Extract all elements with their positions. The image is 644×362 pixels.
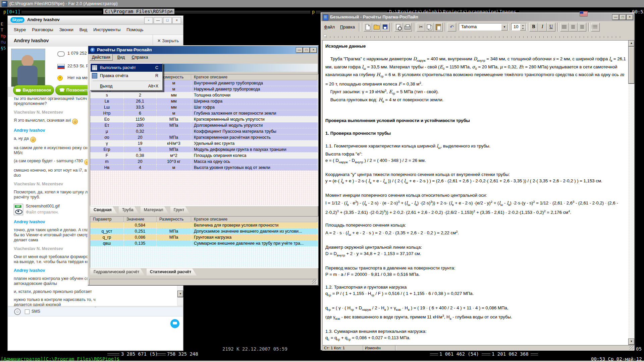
paste-button[interactable] — [434, 23, 443, 32]
far-titlebar[interactable]: {C:\Program Files\ROSPipe} - Far 2.0 {Ад… — [0, 0, 644, 7]
close-button[interactable]: × — [310, 47, 317, 53]
underline-button[interactable]: U — [547, 23, 555, 32]
menu-item-Выход[interactable]: ВыходAlt+X — [91, 82, 162, 90]
column-header[interactable]: Краткое описание — [191, 74, 317, 80]
table-row[interactable]: Hв4мВысота уровня грунтовых вод от земли — [90, 165, 318, 171]
align-center-icon — [571, 25, 575, 29]
save-button[interactable] — [381, 23, 390, 32]
table-row[interactable]: γ19кН/м^3Удельный вес грунта — [90, 140, 318, 146]
table-row[interactable]: Eτ280МПаДолговременный модуль упругости — [90, 122, 318, 128]
tab-Труба[interactable]: Труба — [119, 206, 139, 214]
table-row[interactable]: Eо1150МПаКратковременный модуль упругост… — [90, 116, 318, 122]
menu-item-Помощь[interactable]: Помощь — [126, 27, 143, 32]
message-input[interactable] — [8, 316, 183, 350]
cut-button[interactable]: ✂ — [417, 23, 425, 32]
table-row[interactable]: Lш33,5ммШаг гофра — [90, 104, 318, 110]
emoticon-picker-icon[interactable]: ☺ — [14, 308, 21, 315]
gif-file-icon: GIF — [14, 204, 23, 215]
avatar[interactable] — [11, 49, 45, 87]
table-row[interactable]: 0,584Величина для проверки условия прочн… — [90, 222, 318, 228]
chat-message: нужно только в контроле нарисовать то, ч… — [14, 297, 177, 306]
doc-paragraph — [325, 136, 626, 143]
doc-paragraph: 1.1. Геометрические характеристики кольц… — [325, 143, 626, 151]
font-family-select[interactable]: Tahoma▼ — [459, 23, 508, 31]
column-header[interactable]: Размерность — [157, 217, 191, 222]
menu-item-Вид[interactable]: Вид — [79, 27, 88, 32]
table-row[interactable]: Eгр5МПаМодуль деформации грунта в пазуха… — [90, 146, 318, 153]
menu-item-Вид[interactable]: Вид — [115, 54, 127, 60]
menu-item-Файл[interactable]: Файл — [324, 24, 335, 29]
close-button[interactable]: × — [172, 17, 181, 24]
table-row[interactable]: q_гр0,086МПаГрунтовая нагрузка — [90, 234, 318, 240]
table-row[interactable]: F0,38м^2Площадь опирания колеса — [90, 153, 318, 159]
menu-item-Выполнить расчёт[interactable]: Выполнить расчётC — [91, 64, 162, 72]
table-row[interactable]: s2ммТолщина оболочки — [90, 92, 318, 98]
scroll-thumb[interactable] — [628, 46, 635, 84]
align-center-button[interactable] — [569, 23, 578, 32]
editor-app-icon — [323, 14, 328, 20]
menu-item-Skype[interactable]: Skype — [14, 27, 26, 32]
copy-button[interactable] — [425, 23, 434, 32]
menu-item-Правка отчёта[interactable]: Правка отчётаR — [91, 72, 162, 80]
tab-Статический расчёт[interactable]: Статический расчёт — [147, 268, 197, 276]
maximize-button[interactable]: □ — [163, 17, 172, 24]
table-empty-area — [90, 246, 318, 267]
minimize-button[interactable]: — — [296, 47, 303, 53]
print-preview-button[interactable] — [394, 23, 403, 32]
menu-item-Действия[interactable]: Действия — [90, 54, 113, 61]
table-row[interactable]: σо20МПаКратковременная расчётная прочнос… — [90, 134, 318, 140]
sms-checkbox[interactable] — [25, 309, 30, 314]
align-right-button[interactable] — [578, 23, 586, 32]
print-button[interactable] — [403, 23, 412, 32]
bold-button[interactable]: B — [529, 23, 538, 32]
modified-flag: Изменён — [363, 345, 396, 351]
table-row[interactable]: Hтр6мГлубина заложения от поверхности зе… — [90, 110, 318, 116]
chevron-down-icon[interactable]: ▼ — [501, 24, 508, 31]
tab-Грунт[interactable]: Грунт — [170, 206, 190, 214]
font-size-input[interactable]: 10▲▼ — [511, 23, 527, 31]
italic-button[interactable]: I — [538, 23, 547, 32]
calc-titlebar[interactable]: Расчёты Прагма-Роспайп —□× — [88, 46, 318, 54]
tab-Материал[interactable]: Материал — [141, 206, 169, 214]
compact-view-button[interactable]: ▫ — [144, 17, 153, 24]
send-message-icon[interactable] — [170, 319, 179, 328]
column-header[interactable]: Параметр — [90, 217, 124, 222]
table-row[interactable]: q_уст0,251МПаДопускаемое значение внешне… — [90, 228, 318, 234]
maximize-button[interactable]: □ — [303, 47, 310, 53]
bullet-list-icon — [593, 25, 597, 29]
menu-item-Разговоры[interactable]: Разговоры — [32, 27, 53, 32]
table-row[interactable]: qвш0,135Суммарное внешнее давление на тр… — [90, 240, 318, 246]
column-header[interactable]: Значение — [124, 217, 157, 222]
table-row[interactable]: μ0,32Коэффициент Пуассона материала труб… — [90, 128, 318, 134]
scroll-down-button[interactable]: ▼ — [628, 339, 635, 345]
menu-separator — [93, 81, 160, 81]
tab-Гидравлический расчёт[interactable]: Гидравлический расчёт — [90, 268, 145, 276]
maximize-button[interactable]: □ — [619, 14, 626, 20]
table-row[interactable]: m2010^3 кгМасса на одну ось — [90, 159, 318, 165]
video-call-button[interactable]: Видеозвонок — [13, 85, 54, 95]
document-scrollbar[interactable]: ▲ ▼ — [628, 40, 634, 345]
minimize-button[interactable]: — — [612, 14, 619, 20]
menu-item-Инструменты[interactable]: Инструменты — [93, 27, 120, 32]
resize-grip[interactable] — [312, 280, 316, 284]
minimize-button[interactable]: — — [154, 17, 162, 24]
bullet-list-button[interactable] — [591, 23, 600, 32]
resize-grip[interactable] — [629, 345, 634, 350]
undo-button[interactable]: ↶ — [447, 23, 456, 32]
skype-titlebar[interactable]: Skype Andrey Ivashov ▫—□× — [8, 16, 183, 25]
close-button[interactable]: × — [626, 14, 633, 20]
new-document-button[interactable] — [364, 23, 372, 32]
tab-Сводная[interactable]: Сводная — [90, 206, 117, 214]
menu-item-Звонки[interactable]: Звонки — [59, 27, 73, 32]
column-header[interactable]: Краткое описание — [191, 217, 317, 222]
scroll-down-button[interactable]: ▼ — [177, 291, 183, 297]
menu-item-Справка[interactable]: Справка — [129, 54, 150, 60]
language-flag-icon[interactable] — [580, 11, 588, 16]
document-area[interactable]: Исходные данные Труба "Прагма" с наружны… — [322, 40, 628, 345]
spin-down-icon[interactable]: ▼ — [520, 27, 526, 31]
open-button[interactable] — [372, 23, 381, 32]
scroll-up-button[interactable]: ▲ — [628, 40, 635, 47]
align-left-button[interactable] — [560, 23, 569, 32]
table-row[interactable]: Lв26,1ммШирина гофра — [90, 98, 318, 104]
menu-item-Правка[interactable]: Правка — [340, 24, 355, 29]
